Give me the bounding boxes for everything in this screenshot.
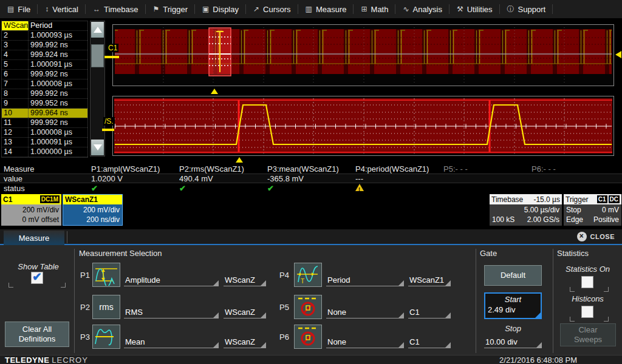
menu-item-support[interactable]: ⓘSupport (500, 0, 553, 18)
mean-icon (94, 326, 118, 348)
menu-item-label: Display (213, 5, 239, 14)
period-column-header[interactable]: Period (29, 21, 87, 30)
p3-source-dropdown[interactable]: WScanZ (224, 332, 266, 348)
menu-item-cursors[interactable]: ↗Cursors (246, 0, 298, 18)
timebase-offset: -15.0 µs (533, 195, 560, 204)
teledyne-lecroy-logo: TELEDYNELECROY (5, 356, 88, 364)
p3-value: -365.8 mV (267, 174, 355, 183)
menu-item-measure[interactable]: ▥Measure (298, 0, 354, 18)
p6-icon-button[interactable] (294, 325, 322, 349)
p5-type-dropdown[interactable]: None (326, 303, 404, 318)
p5-source-dropdown[interactable]: C1 (408, 303, 451, 318)
p1-source-dropdown[interactable]: WScanZ (224, 271, 266, 286)
table-row[interactable]: 11999.992 ns (2, 118, 87, 128)
wscan-column-header[interactable]: WScan (2, 21, 29, 30)
p3-header[interactable]: P3:mean(WScanZ1) (267, 164, 355, 174)
p6-source-dropdown[interactable]: C1 (408, 332, 451, 348)
dropdown-corner-icon (398, 342, 404, 348)
gate-start-input[interactable]: Start 2.49 div (484, 292, 542, 319)
p3-type-dropdown[interactable]: Mean (124, 332, 219, 348)
trigger-position-marker-top[interactable] (211, 89, 218, 94)
p4-value: --- (355, 174, 443, 183)
waveform-grid-overview[interactable] (112, 24, 614, 86)
scroll-down-button[interactable] (91, 140, 104, 155)
p3-icon-button[interactable] (92, 325, 120, 349)
p4-label: P4 (279, 271, 289, 280)
clear-sweeps-button[interactable]: Clear Sweeps (560, 323, 616, 346)
p6-header[interactable]: P6:- - - (531, 164, 622, 174)
table-row[interactable]: 4999.924 ns (2, 50, 87, 60)
table-scrollbar[interactable] (90, 21, 105, 157)
table-row[interactable]: 6999.992 ns (2, 70, 87, 79)
table-row[interactable]: 21.000093 µs (2, 31, 87, 41)
table-row[interactable]: 8999.992 ns (2, 89, 87, 99)
table-row[interactable]: 141.000000 µs (2, 147, 87, 157)
p1-type-dropdown[interactable]: Amplitude (124, 271, 219, 286)
pulse-train-waveform (113, 25, 613, 86)
trigger-level-marker[interactable] (615, 51, 621, 58)
menu-item-analysis[interactable]: ∿Analysis (395, 0, 449, 18)
zoom-level-tick (102, 129, 114, 131)
zoom-trace-label[interactable]: /S. (103, 117, 115, 126)
menu-item-display[interactable]: ▣Display (195, 0, 246, 18)
zoom-pulse-waveform (113, 96, 613, 155)
table-row[interactable]: 121.000008 µs (2, 128, 87, 138)
p2-icon-button[interactable]: rms (92, 295, 120, 319)
p2-header[interactable]: P2:rms(WScanZ1) (179, 164, 267, 174)
svg-text:T: T (301, 278, 304, 285)
p2-source-dropdown[interactable]: WScanZ (224, 303, 266, 318)
channel-c1-trace-label[interactable]: C1 (107, 44, 118, 52)
menu-item-label: Analysis (413, 5, 442, 14)
trigger-coupling-badge: DC (609, 195, 620, 203)
clear-all-definitions-button[interactable]: Clear All Definitions (5, 322, 69, 347)
menu-item-math[interactable]: ⊞Math (354, 0, 395, 18)
table-row[interactable]: 3999.992 ns (2, 41, 87, 50)
waveform-grid-zoom[interactable] (112, 96, 614, 156)
scroll-up-button[interactable] (91, 22, 104, 38)
p4-header[interactable]: P4:period(WScanZ1) (355, 164, 443, 174)
trigger-level: 0 mV (602, 205, 619, 215)
p1-icon-button[interactable] (92, 263, 120, 287)
wscanz1-descriptor-box[interactable]: WScanZ1 200 mV/div 200 ns/div (63, 194, 123, 226)
trigger-position-marker-bottom[interactable] (236, 157, 243, 163)
menu-item-trigger[interactable]: ⚑Trigger (146, 0, 195, 18)
p5-header[interactable]: P5:- - - (443, 164, 531, 174)
p2-type-dropdown[interactable]: RMS (124, 303, 219, 318)
trigger-descriptor-box[interactable]: TriggerC1DC Stop0 mV EdgePositive (564, 194, 621, 226)
status-row-label: status (0, 184, 91, 193)
menu-item-file[interactable]: ▤File (0, 0, 38, 18)
timebase-descriptor-box[interactable]: Timebase-15.0 µs 5.00 µs/div 100 kS2.00 … (490, 194, 562, 226)
tab-measure[interactable]: Measure (4, 231, 64, 245)
menu-item-label: Utilities (467, 5, 493, 14)
p4-type-dropdown[interactable]: Period (326, 271, 404, 286)
table-header-row: WScan Period (2, 21, 87, 31)
gate-default-button[interactable]: Default (484, 265, 542, 286)
p1-header[interactable]: P1:ampl(WScanZ1) (91, 164, 179, 174)
up-arrow-icon (94, 27, 102, 33)
menu-item-timebase[interactable]: ↔Timebase (86, 0, 146, 18)
close-button[interactable]: × CLOSE (577, 232, 615, 241)
c1-descriptor-box[interactable]: C1DC1M 200 mV/div 0 mV offset (1, 194, 61, 226)
table-row[interactable]: 71.000008 µs (2, 79, 87, 89)
menu-item-vertical[interactable]: ↕Vertical (38, 0, 86, 18)
table-row[interactable]: 131.000091 µs (2, 138, 87, 147)
wscan-period-table: WScan Period 21.000093 µs 3999.992 ns 49… (1, 21, 88, 158)
p6-type-dropdown[interactable]: None (326, 332, 404, 348)
menu-bar: ▤File ↕Vertical ↔Timebase ⚑Trigger ▣Disp… (0, 0, 622, 18)
p5-icon-button[interactable] (294, 295, 322, 319)
dropdown-corner-icon (398, 280, 404, 286)
dropdown-corner-icon (398, 312, 404, 318)
menu-item-label: Timebase (104, 5, 138, 14)
c1-level-tick (104, 56, 119, 58)
gate-stop-dropdown[interactable]: 10.00 div (484, 332, 542, 348)
menu-item-utilities[interactable]: ⚒Utilities (449, 0, 500, 18)
p2-status: ✔ (179, 184, 267, 193)
dropdown-corner-icon (445, 342, 451, 348)
table-row[interactable]: 51.000091 µs (2, 60, 87, 70)
p4-icon-button[interactable]: T (294, 263, 322, 287)
table-row-selected[interactable]: 10999.964 ns (2, 109, 87, 118)
p4-source-dropdown[interactable]: WScanZ1 (408, 271, 451, 286)
table-row[interactable]: 9999.952 ns (2, 99, 87, 109)
scrollbar-thumb[interactable] (91, 44, 104, 67)
menu-item-label: Math (371, 5, 389, 14)
